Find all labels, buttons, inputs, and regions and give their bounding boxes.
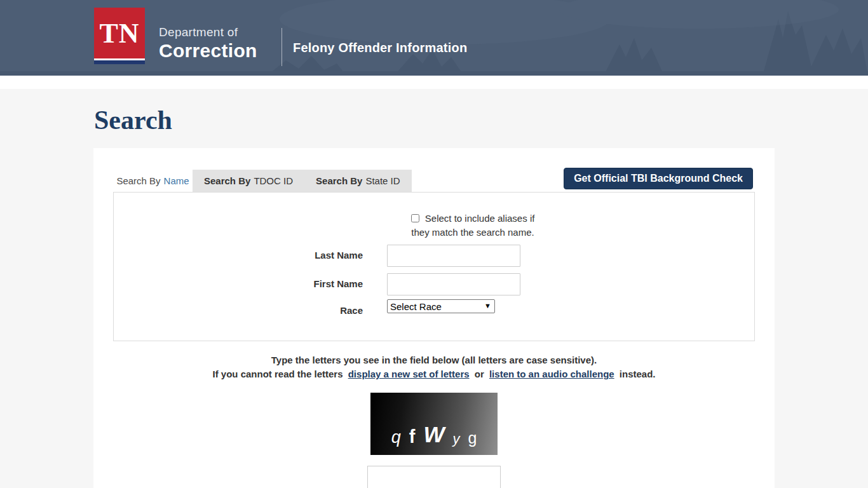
captcha-letter: q bbox=[391, 428, 401, 447]
captcha-image: q f W y g bbox=[370, 393, 498, 455]
captcha-letter: f bbox=[409, 426, 416, 447]
header-bottom-band bbox=[0, 76, 868, 89]
race-select[interactable]: Select Race bbox=[387, 299, 495, 313]
tab-search-by-name[interactable]: Search By Name bbox=[113, 170, 193, 192]
first-name-row: First Name bbox=[114, 273, 520, 295]
audio-challenge-link[interactable]: listen to an audio challenge bbox=[489, 369, 614, 379]
last-name-label: Last Name bbox=[114, 245, 363, 261]
first-name-input[interactable] bbox=[387, 273, 520, 295]
alias-label-line2: they match the search name. bbox=[403, 226, 543, 240]
alias-label-line1: Select to include aliases if bbox=[425, 213, 535, 224]
name-search-form-panel: Select to include aliases if they match … bbox=[113, 192, 755, 341]
first-name-label: First Name bbox=[114, 273, 363, 289]
felony-offender-search-page: TN Department of Correction Felony Offen… bbox=[0, 0, 868, 488]
site-header: TN Department of Correction Felony Offen… bbox=[0, 0, 868, 76]
captcha-answer-input[interactable] bbox=[367, 466, 501, 488]
department-wordmark: Department of Correction bbox=[159, 25, 257, 62]
alias-label-line1-wrap: Select to include aliases if bbox=[403, 212, 543, 226]
last-name-row: Last Name bbox=[114, 245, 520, 267]
captcha-letter: W bbox=[423, 422, 444, 447]
alias-checkbox-block: Select to include aliases if they match … bbox=[403, 212, 543, 240]
tn-logo-red-box: TN bbox=[94, 8, 145, 58]
captcha-line2-suffix: instead. bbox=[620, 369, 656, 379]
captcha-instruction-line2: If you cannot read the letters display a… bbox=[93, 367, 775, 381]
race-label: Race bbox=[114, 299, 363, 316]
captcha-line2-prefix: If you cannot read the letters bbox=[212, 369, 342, 379]
tn-doc-logo[interactable]: TN bbox=[94, 8, 145, 64]
app-title: Felony Offender Information bbox=[293, 41, 467, 55]
new-letters-link[interactable]: display a new set of letters bbox=[348, 369, 470, 379]
tab-label: Name bbox=[164, 175, 189, 186]
tab-label: TDOC ID bbox=[254, 175, 293, 186]
captcha-line2-middle: or bbox=[475, 369, 484, 379]
captcha-letter: g bbox=[468, 429, 477, 447]
last-name-input[interactable] bbox=[387, 245, 520, 267]
tn-logo-letters: TN bbox=[99, 17, 139, 50]
search-card: Search By Name Search By TDOC ID Search … bbox=[93, 148, 775, 488]
page-title: Search bbox=[94, 105, 172, 135]
search-tabs: Search By Name Search By TDOC ID Search … bbox=[113, 170, 412, 192]
tab-prefix: Search By bbox=[204, 175, 250, 186]
tbi-background-check-button[interactable]: Get Official TBI Background Check bbox=[564, 168, 753, 189]
tab-search-by-state-id[interactable]: Search By State ID bbox=[304, 170, 412, 192]
department-of-text: Department of bbox=[159, 25, 257, 39]
captcha-letter: y bbox=[452, 431, 459, 447]
tab-label: State ID bbox=[365, 175, 400, 186]
tn-logo-navy-stripe bbox=[94, 60, 145, 64]
tab-prefix: Search By bbox=[116, 175, 160, 186]
captcha-instruction-line1: Type the letters you see in the field be… bbox=[93, 353, 775, 367]
tab-prefix: Search By bbox=[316, 175, 362, 186]
header-divider bbox=[281, 28, 282, 66]
correction-text: Correction bbox=[159, 40, 257, 62]
tab-search-by-tdoc-id[interactable]: Search By TDOC ID bbox=[193, 170, 304, 192]
race-row: Race Select Race ▼ bbox=[114, 299, 495, 316]
captcha-instructions: Type the letters you see in the field be… bbox=[93, 353, 775, 381]
include-aliases-checkbox[interactable] bbox=[411, 214, 419, 222]
